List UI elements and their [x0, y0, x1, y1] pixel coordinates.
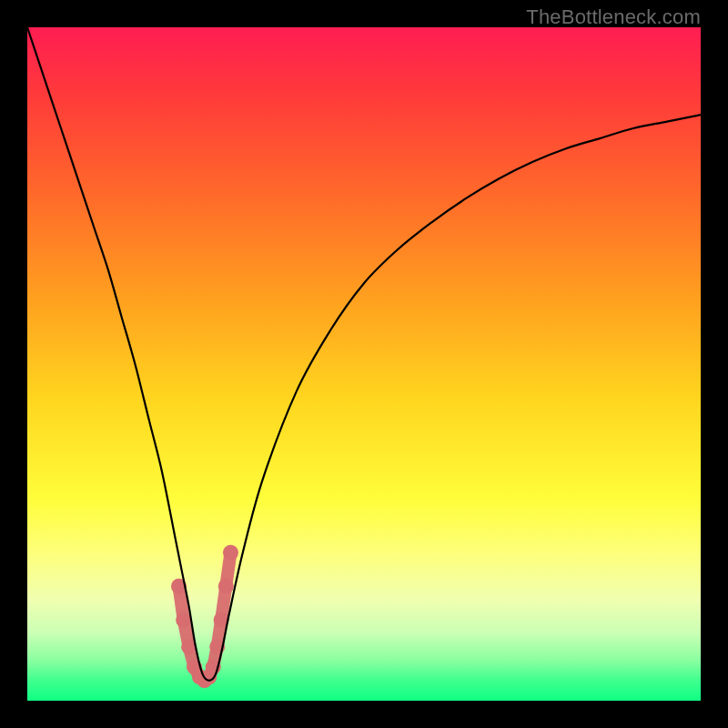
- svg-point-11: [223, 545, 238, 561]
- plot-area: [27, 27, 701, 701]
- chart-svg: [27, 27, 701, 701]
- svg-point-10: [218, 579, 234, 594]
- svg-point-1: [176, 612, 191, 628]
- watermark-text: TheBottleneck.com: [526, 5, 701, 29]
- chart-frame: TheBottleneck.com: [0, 0, 728, 728]
- gradient-background: [27, 27, 701, 701]
